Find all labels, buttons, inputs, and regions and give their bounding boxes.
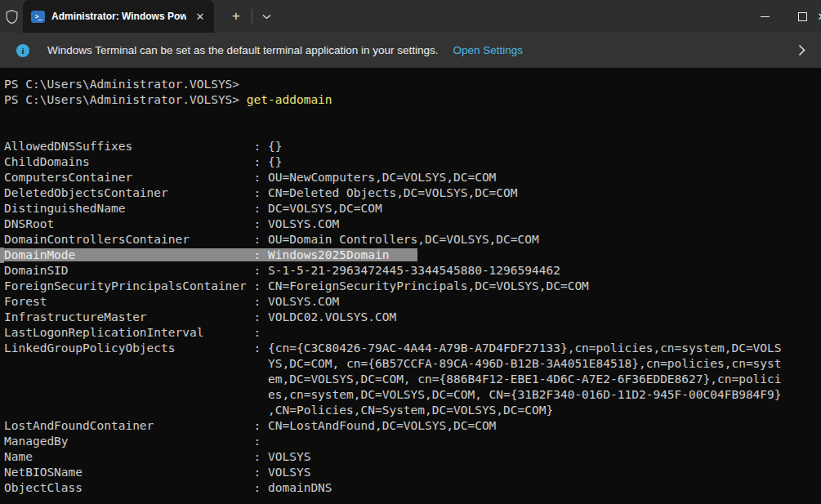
terminal-line: ComputersContainer : OU=NewComputers,DC=… [4,170,821,185]
terminal-line: ChildDomains : {} [4,154,821,170]
terminal-line: NetBIOSName : VOLSYS [4,465,821,480]
terminal-line: DeletedObjectsContainer : CN=Deleted Obj… [4,185,821,201]
terminal-line: PS C:\Users\Administrator.VOLSYS> [4,77,821,92]
minimize-icon [761,16,770,17]
close-icon: ✕ [818,11,821,23]
terminal-line: LastLogonReplicationInterval : [4,325,821,341]
terminal-line: LostAndFoundContainer : CN=LostAndFound,… [4,418,821,434]
banner-message: Windows Terminal can be set as the defau… [47,44,439,56]
tab-powershell[interactable]: >_ Administrator: Windows PowerShell ✕ [23,0,214,33]
banner-next-icon[interactable] [793,44,810,56]
terminal-line: DomainSID : S-1-5-21-2963472445-33445458… [4,263,821,279]
terminal-line: Forest : VOLSYS.COM [4,294,821,310]
titlebar-divider [252,9,252,24]
new-tab-button[interactable]: + [222,0,250,33]
terminal-line: DomainMode : Windows2025Domain [4,248,821,263]
terminal-line: es,cn=system,DC=VOLSYS,DC=COM, CN={31B2F… [4,387,821,403]
terminal-line: AllowedDNSSuffixes : {} [4,139,821,154]
admin-shield-icon [0,0,23,33]
tab-title: Administrator: Windows PowerShell [51,11,186,22]
terminal-line: ,CN=Policies,CN=System,DC=VOLSYS,DC=COM} [4,403,821,418]
terminal-line: Name : VOLSYS [4,449,821,465]
minimize-button[interactable] [746,0,783,33]
windows-terminal-window: >_ Administrator: Windows PowerShell ✕ +… [0,0,821,504]
terminal-line: PS C:\Users\Administrator.VOLSYS> get-ad… [4,92,821,108]
terminal-output[interactable]: PS C:\Users\Administrator.VOLSYS>PS C:\U… [0,68,821,504]
terminal-line [4,123,821,139]
terminal-line: DomainControllersContainer : OU=Domain C… [4,232,821,248]
terminal-line: em,DC=VOLSYS,DC=COM, cn={886B4F12-EBE1-4… [4,372,821,387]
terminal-line: ManagedBy : [4,434,821,449]
titlebar: >_ Administrator: Windows PowerShell ✕ +… [0,0,821,33]
info-icon: i [16,44,29,57]
terminal-line: ForeignSecurityPrincipalsContainer : CN=… [4,279,821,294]
terminal-line: DistinguishedName : DC=VOLSYS,DC=COM [4,201,821,216]
default-terminal-banner: i Windows Terminal can be set as the def… [0,33,821,68]
tab-close-icon[interactable]: ✕ [193,9,207,24]
terminal-line [4,108,821,123]
terminal-line: LinkedGroupPolicyObjects : {cn={C3C80426… [4,341,821,356]
close-button[interactable]: ✕ [803,0,821,33]
terminal-line: DNSRoot : VOLSYS.COM [4,216,821,232]
titlebar-drag-area[interactable] [279,0,746,33]
terminal-line: InfrastructureMaster : VOLDC02.VOLSYS.CO… [4,310,821,325]
powershell-icon: >_ [31,11,45,23]
terminal-line: YS,DC=COM, cn={6B57CCFA-89CA-496D-B12B-3… [4,356,821,372]
chevron-down-icon [262,14,271,20]
terminal-line: ObjectClass : domainDNS [4,480,821,496]
tab-dropdown-button[interactable] [254,0,279,33]
open-settings-link[interactable]: Open Settings [453,44,524,56]
